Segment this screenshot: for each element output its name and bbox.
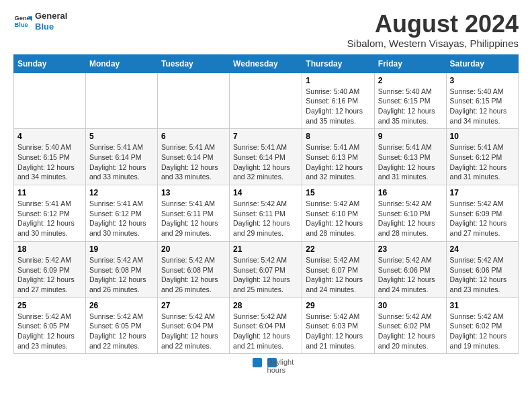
day-number: 4 [17,132,82,141]
calendar-cell: 22Sunrise: 5:42 AM Sunset: 6:07 PM Dayli… [302,241,375,298]
footer-note: Daylight hours [0,354,532,373]
day-info: Sunrise: 5:42 AM Sunset: 6:10 PM Dayligh… [378,199,443,238]
day-number: 30 [378,301,443,310]
day-number: 2 [378,76,443,85]
day-info: Sunrise: 5:40 AM Sunset: 6:15 PM Dayligh… [450,87,515,126]
day-number: 12 [89,188,154,197]
day-info: Sunrise: 5:42 AM Sunset: 6:10 PM Dayligh… [306,199,371,238]
legend-label: Daylight hours [267,358,277,367]
day-number: 11 [17,188,82,197]
logo: General Blue General Blue [13,11,67,32]
calendar-cell: 13Sunrise: 5:41 AM Sunset: 6:11 PM Dayli… [157,185,229,242]
calendar-cell: 3Sunrise: 5:40 AM Sunset: 6:15 PM Daylig… [446,73,518,129]
calendar-cell: 6Sunrise: 5:41 AM Sunset: 6:14 PM Daylig… [157,129,229,185]
day-number: 3 [450,76,515,85]
month-title: August 2024 [347,11,519,38]
day-info: Sunrise: 5:42 AM Sunset: 6:08 PM Dayligh… [161,255,226,295]
day-info: Sunrise: 5:41 AM Sunset: 6:12 PM Dayligh… [89,199,154,238]
day-info: Sunrise: 5:42 AM Sunset: 6:11 PM Dayligh… [233,199,298,238]
day-number: 5 [89,132,154,141]
day-info: Sunrise: 5:41 AM Sunset: 6:14 PM Dayligh… [161,142,226,182]
page-header: General Blue General Blue August 2024 Si… [0,0,532,54]
col-thursday: Thursday [302,54,375,73]
svg-text:General: General [15,15,32,21]
day-info: Sunrise: 5:41 AM Sunset: 6:13 PM Dayligh… [306,142,371,182]
day-info: Sunrise: 5:42 AM Sunset: 6:09 PM Dayligh… [450,199,515,238]
day-number: 9 [378,132,443,141]
day-number: 26 [89,301,154,310]
calendar-cell: 11Sunrise: 5:41 AM Sunset: 6:12 PM Dayli… [14,185,86,242]
day-number: 27 [161,301,226,310]
calendar-cell: 19Sunrise: 5:42 AM Sunset: 6:08 PM Dayli… [85,241,157,298]
day-info: Sunrise: 5:41 AM Sunset: 6:14 PM Dayligh… [233,142,298,182]
col-saturday: Saturday [446,54,518,73]
day-info: Sunrise: 5:40 AM Sunset: 6:15 PM Dayligh… [378,87,443,126]
header-row: Sunday Monday Tuesday Wednesday Thursday… [14,54,519,73]
day-info: Sunrise: 5:42 AM Sunset: 6:07 PM Dayligh… [233,255,298,295]
week-row-4: 25Sunrise: 5:42 AM Sunset: 6:05 PM Dayli… [14,298,519,354]
day-info: Sunrise: 5:42 AM Sunset: 6:07 PM Dayligh… [306,255,371,295]
day-info: Sunrise: 5:41 AM Sunset: 6:12 PM Dayligh… [450,142,515,182]
day-number: 15 [306,188,371,197]
day-number: 21 [233,244,298,254]
day-info: Sunrise: 5:41 AM Sunset: 6:14 PM Dayligh… [89,142,154,182]
legend-color-swatch [253,358,262,367]
day-number: 6 [161,132,226,141]
calendar-cell [85,73,157,129]
day-number: 17 [450,188,515,197]
day-info: Sunrise: 5:42 AM Sunset: 6:04 PM Dayligh… [161,312,226,351]
calendar-cell: 4Sunrise: 5:40 AM Sunset: 6:15 PM Daylig… [14,129,86,185]
day-info: Sunrise: 5:42 AM Sunset: 6:06 PM Dayligh… [450,255,515,295]
calendar-cell [230,73,302,129]
day-info: Sunrise: 5:42 AM Sunset: 6:06 PM Dayligh… [378,255,443,295]
day-info: Sunrise: 5:42 AM Sunset: 6:04 PM Dayligh… [233,312,298,351]
calendar-cell: 10Sunrise: 5:41 AM Sunset: 6:12 PM Dayli… [446,129,518,185]
day-number: 20 [161,244,226,254]
day-number: 25 [17,301,82,310]
calendar-cell [157,73,229,129]
day-number: 23 [378,244,443,254]
day-number: 8 [306,132,371,141]
day-number: 13 [161,188,226,197]
day-info: Sunrise: 5:41 AM Sunset: 6:11 PM Dayligh… [161,199,226,238]
col-sunday: Sunday [14,54,86,73]
day-info: Sunrise: 5:41 AM Sunset: 6:12 PM Dayligh… [17,199,82,238]
day-number: 14 [233,188,298,197]
day-info: Sunrise: 5:42 AM Sunset: 6:08 PM Dayligh… [89,255,154,295]
calendar-cell: 7Sunrise: 5:41 AM Sunset: 6:14 PM Daylig… [230,129,302,185]
day-number: 31 [450,301,515,310]
calendar-cell: 26Sunrise: 5:42 AM Sunset: 6:05 PM Dayli… [85,298,157,354]
col-tuesday: Tuesday [157,54,229,73]
day-number: 29 [306,301,371,310]
col-wednesday: Wednesday [230,54,302,73]
calendar-cell: 25Sunrise: 5:42 AM Sunset: 6:05 PM Dayli… [14,298,86,354]
calendar-table: Sunday Monday Tuesday Wednesday Thursday… [13,54,519,355]
week-row-2: 11Sunrise: 5:41 AM Sunset: 6:12 PM Dayli… [14,185,519,242]
calendar-cell: 8Sunrise: 5:41 AM Sunset: 6:13 PM Daylig… [302,129,375,185]
svg-text:Blue: Blue [15,21,28,28]
week-row-0: 1Sunrise: 5:40 AM Sunset: 6:16 PM Daylig… [14,73,519,129]
calendar-cell: 17Sunrise: 5:42 AM Sunset: 6:09 PM Dayli… [446,185,518,242]
calendar-cell: 18Sunrise: 5:42 AM Sunset: 6:09 PM Dayli… [14,241,86,298]
calendar-cell: 2Sunrise: 5:40 AM Sunset: 6:15 PM Daylig… [374,73,446,129]
calendar-cell: 20Sunrise: 5:42 AM Sunset: 6:08 PM Dayli… [157,241,229,298]
col-monday: Monday [85,54,157,73]
calendar-cell: 28Sunrise: 5:42 AM Sunset: 6:04 PM Dayli… [230,298,302,354]
day-info: Sunrise: 5:42 AM Sunset: 6:05 PM Dayligh… [89,312,154,351]
calendar-cell: 15Sunrise: 5:42 AM Sunset: 6:10 PM Dayli… [302,185,375,242]
day-number: 7 [233,132,298,141]
calendar-cell: 14Sunrise: 5:42 AM Sunset: 6:11 PM Dayli… [230,185,302,242]
calendar-cell: 5Sunrise: 5:41 AM Sunset: 6:14 PM Daylig… [85,129,157,185]
calendar-cell: 27Sunrise: 5:42 AM Sunset: 6:04 PM Dayli… [157,298,229,354]
day-info: Sunrise: 5:42 AM Sunset: 6:09 PM Dayligh… [17,255,82,295]
day-number: 10 [450,132,515,141]
week-row-3: 18Sunrise: 5:42 AM Sunset: 6:09 PM Dayli… [14,241,519,298]
day-number: 16 [378,188,443,197]
col-friday: Friday [374,54,446,73]
day-info: Sunrise: 5:42 AM Sunset: 6:03 PM Dayligh… [306,312,371,351]
calendar-cell: 29Sunrise: 5:42 AM Sunset: 6:03 PM Dayli… [302,298,375,354]
title-block: August 2024 Sibalom, Western Visayas, Ph… [347,11,519,49]
calendar-cell [14,73,86,129]
location-subtitle: Sibalom, Western Visayas, Philippines [347,38,519,49]
day-info: Sunrise: 5:40 AM Sunset: 6:16 PM Dayligh… [306,87,371,126]
